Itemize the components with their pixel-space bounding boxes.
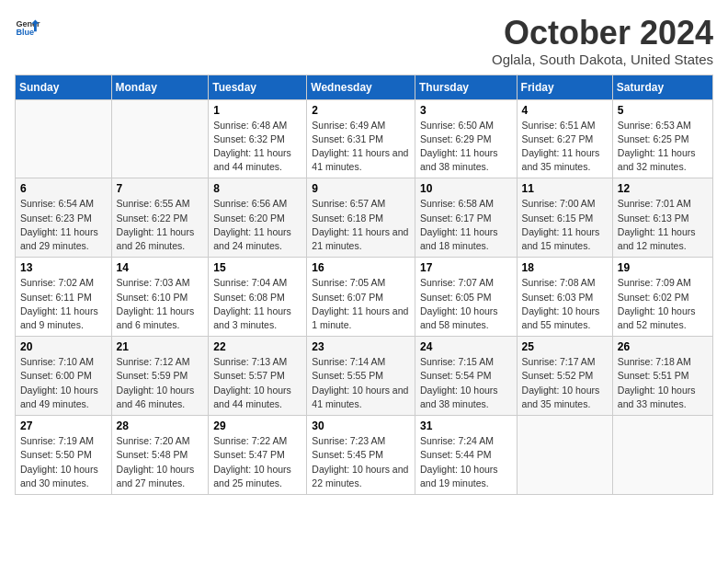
calendar-day-cell: 26Sunrise: 7:18 AM Sunset: 5:51 PM Dayli… [612,337,712,416]
day-info: Sunrise: 7:10 AM Sunset: 6:00 PM Dayligh… [20,355,107,411]
calendar-day-cell [111,99,209,178]
calendar-day-cell: 5Sunrise: 6:53 AM Sunset: 6:25 PM Daylig… [612,99,712,178]
calendar-day-cell [612,416,712,495]
day-info: Sunrise: 6:58 AM Sunset: 6:17 PM Dayligh… [420,197,512,253]
day-info: Sunrise: 7:20 AM Sunset: 5:48 PM Dayligh… [117,434,204,490]
month-title: October 2024 [492,15,713,52]
day-number: 11 [522,182,608,195]
day-info: Sunrise: 7:22 AM Sunset: 5:47 PM Dayligh… [213,434,301,490]
day-number: 21 [117,340,204,353]
calendar-day-cell: 12Sunrise: 7:01 AM Sunset: 6:13 PM Dayli… [612,178,712,258]
calendar-day-cell: 3Sunrise: 6:50 AM Sunset: 6:29 PM Daylig… [415,99,517,178]
day-number: 30 [312,419,410,432]
day-number: 14 [117,261,204,274]
calendar-day-cell: 22Sunrise: 7:13 AM Sunset: 5:57 PM Dayli… [209,337,307,416]
calendar-day-cell: 17Sunrise: 7:07 AM Sunset: 6:05 PM Dayli… [415,258,517,337]
day-info: Sunrise: 6:51 AM Sunset: 6:27 PM Dayligh… [522,119,608,175]
day-number: 5 [618,104,708,117]
calendar-day-cell: 29Sunrise: 7:22 AM Sunset: 5:47 PM Dayli… [209,416,307,495]
calendar-day-cell: 7Sunrise: 6:55 AM Sunset: 6:22 PM Daylig… [111,178,209,258]
day-info: Sunrise: 7:05 AM Sunset: 6:07 PM Dayligh… [312,276,410,332]
logo-icon: General Blue [15,15,40,40]
calendar-table: SundayMondayTuesdayWednesdayThursdayFrid… [15,75,713,495]
svg-text:Blue: Blue [16,28,34,37]
day-of-week-header: Thursday [415,75,517,99]
calendar-day-cell: 6Sunrise: 6:54 AM Sunset: 6:23 PM Daylig… [16,178,112,258]
calendar-week-row: 20Sunrise: 7:10 AM Sunset: 6:00 PM Dayli… [16,337,713,416]
day-info: Sunrise: 6:50 AM Sunset: 6:29 PM Dayligh… [420,119,512,175]
day-number: 17 [420,261,512,274]
day-number: 22 [213,340,301,353]
calendar-day-cell: 4Sunrise: 6:51 AM Sunset: 6:27 PM Daylig… [517,99,612,178]
day-number: 29 [213,419,301,432]
day-info: Sunrise: 6:54 AM Sunset: 6:23 PM Dayligh… [20,197,107,253]
day-info: Sunrise: 7:08 AM Sunset: 6:03 PM Dayligh… [522,276,608,332]
calendar-day-cell: 2Sunrise: 6:49 AM Sunset: 6:31 PM Daylig… [307,99,415,178]
day-number: 9 [312,182,410,195]
day-number: 3 [420,104,512,117]
day-info: Sunrise: 7:07 AM Sunset: 6:05 PM Dayligh… [420,276,512,332]
calendar-day-cell: 15Sunrise: 7:04 AM Sunset: 6:08 PM Dayli… [209,258,307,337]
day-info: Sunrise: 7:15 AM Sunset: 5:54 PM Dayligh… [420,355,512,411]
day-info: Sunrise: 7:19 AM Sunset: 5:50 PM Dayligh… [20,434,107,490]
day-info: Sunrise: 6:49 AM Sunset: 6:31 PM Dayligh… [312,119,410,175]
day-number: 10 [420,182,512,195]
calendar-day-cell: 18Sunrise: 7:08 AM Sunset: 6:03 PM Dayli… [517,258,612,337]
day-number: 24 [420,340,512,353]
day-info: Sunrise: 6:48 AM Sunset: 6:32 PM Dayligh… [213,119,301,175]
calendar-day-cell: 10Sunrise: 6:58 AM Sunset: 6:17 PM Dayli… [415,178,517,258]
day-number: 15 [213,261,301,274]
day-info: Sunrise: 7:14 AM Sunset: 5:55 PM Dayligh… [312,355,410,411]
day-info: Sunrise: 7:02 AM Sunset: 6:11 PM Dayligh… [20,276,107,332]
calendar-week-row: 13Sunrise: 7:02 AM Sunset: 6:11 PM Dayli… [16,258,713,337]
calendar-week-row: 6Sunrise: 6:54 AM Sunset: 6:23 PM Daylig… [16,178,713,258]
day-number: 20 [20,340,107,353]
day-number: 16 [312,261,410,274]
day-number: 13 [20,261,107,274]
calendar-day-cell: 11Sunrise: 7:00 AM Sunset: 6:15 PM Dayli… [517,178,612,258]
day-info: Sunrise: 7:09 AM Sunset: 6:02 PM Dayligh… [618,276,708,332]
day-number: 2 [312,104,410,117]
calendar-week-row: 27Sunrise: 7:19 AM Sunset: 5:50 PM Dayli… [16,416,713,495]
calendar-day-cell: 20Sunrise: 7:10 AM Sunset: 6:00 PM Dayli… [16,337,112,416]
day-number: 4 [522,104,608,117]
day-of-week-header: Wednesday [307,75,415,99]
day-info: Sunrise: 6:53 AM Sunset: 6:25 PM Dayligh… [618,119,708,175]
calendar-day-cell: 28Sunrise: 7:20 AM Sunset: 5:48 PM Dayli… [111,416,209,495]
day-number: 31 [420,419,512,432]
day-number: 27 [20,419,107,432]
day-info: Sunrise: 7:04 AM Sunset: 6:08 PM Dayligh… [213,276,301,332]
day-of-week-header: Monday [111,75,209,99]
calendar-day-cell: 1Sunrise: 6:48 AM Sunset: 6:32 PM Daylig… [209,99,307,178]
day-info: Sunrise: 7:17 AM Sunset: 5:52 PM Dayligh… [522,355,608,411]
day-info: Sunrise: 7:13 AM Sunset: 5:57 PM Dayligh… [213,355,301,411]
calendar-day-cell: 13Sunrise: 7:02 AM Sunset: 6:11 PM Dayli… [16,258,112,337]
day-number: 26 [618,340,708,353]
day-info: Sunrise: 7:23 AM Sunset: 5:45 PM Dayligh… [312,434,410,490]
calendar-day-cell: 25Sunrise: 7:17 AM Sunset: 5:52 PM Dayli… [517,337,612,416]
calendar-day-cell: 27Sunrise: 7:19 AM Sunset: 5:50 PM Dayli… [16,416,112,495]
calendar-day-cell [517,416,612,495]
calendar-day-cell: 21Sunrise: 7:12 AM Sunset: 5:59 PM Dayli… [111,337,209,416]
header-row: SundayMondayTuesdayWednesdayThursdayFrid… [16,75,713,99]
title-block: October 2024 Oglala, South Dakota, Unite… [492,15,713,67]
calendar-day-cell: 9Sunrise: 6:57 AM Sunset: 6:18 PM Daylig… [307,178,415,258]
calendar-day-cell: 14Sunrise: 7:03 AM Sunset: 6:10 PM Dayli… [111,258,209,337]
calendar-day-cell: 23Sunrise: 7:14 AM Sunset: 5:55 PM Dayli… [307,337,415,416]
day-info: Sunrise: 7:00 AM Sunset: 6:15 PM Dayligh… [522,197,608,253]
day-number: 23 [312,340,410,353]
calendar-day-cell [16,99,112,178]
calendar-day-cell: 30Sunrise: 7:23 AM Sunset: 5:45 PM Dayli… [307,416,415,495]
day-info: Sunrise: 6:57 AM Sunset: 6:18 PM Dayligh… [312,197,410,253]
day-number: 1 [213,104,301,117]
page-header: General Blue October 2024 Oglala, South … [15,15,713,67]
calendar-week-row: 1Sunrise: 6:48 AM Sunset: 6:32 PM Daylig… [16,99,713,178]
day-info: Sunrise: 7:03 AM Sunset: 6:10 PM Dayligh… [117,276,204,332]
calendar-day-cell: 24Sunrise: 7:15 AM Sunset: 5:54 PM Dayli… [415,337,517,416]
calendar-day-cell: 16Sunrise: 7:05 AM Sunset: 6:07 PM Dayli… [307,258,415,337]
day-of-week-header: Sunday [16,75,112,99]
day-of-week-header: Saturday [612,75,712,99]
day-number: 6 [20,182,107,195]
day-number: 7 [117,182,204,195]
day-info: Sunrise: 6:55 AM Sunset: 6:22 PM Dayligh… [117,197,204,253]
